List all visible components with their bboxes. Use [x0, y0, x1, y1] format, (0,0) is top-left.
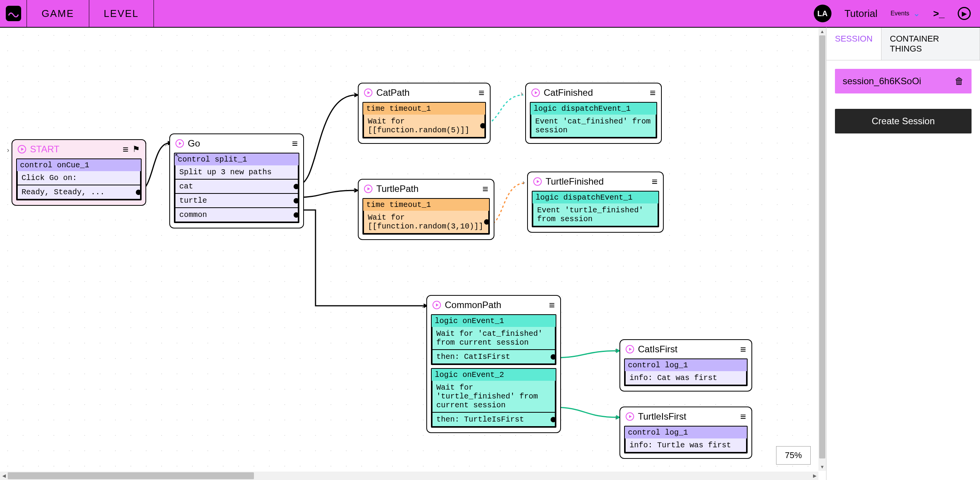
horizontal-scrollbar[interactable]: ◀ ▶ — [0, 472, 818, 480]
block-header: control log_1 — [625, 359, 747, 371]
node-title: CatIsFirst — [638, 344, 678, 355]
menu-icon[interactable]: ≡ — [650, 88, 656, 98]
input-port[interactable]: › — [523, 178, 525, 187]
cursor-icon: ↖ — [175, 152, 180, 159]
block-body-line: info: Cat was first — [625, 371, 747, 385]
chevron-down-icon: ⌄ — [913, 8, 920, 18]
node-title: TurtleIsFirst — [638, 411, 686, 422]
block-dispatch[interactable]: logic dispatchEvent_1 Event 'cat_finishe… — [530, 102, 657, 138]
tab-container-things[interactable]: CONTAINER THINGS — [881, 28, 980, 60]
menu-icon[interactable]: ≡ — [740, 344, 746, 354]
scroll-right-arrow[interactable]: ▶ — [811, 472, 818, 480]
scroll-down-arrow[interactable]: ▼ — [818, 463, 826, 471]
node-catisfirst[interactable]: CatIsFirst ≡ control log_1 info: Cat was… — [619, 339, 752, 392]
block-header: logic dispatchEvent_1 — [531, 103, 656, 115]
node-catpath[interactable]: CatPath ≡ time timeout_1 Wait for [[func… — [358, 83, 491, 144]
node-turtleisfirst[interactable]: TurtleIsFirst ≡ control log_1 info: Turt… — [619, 407, 752, 459]
session-row[interactable]: session_6h6KSoOi 🗑 — [835, 69, 972, 93]
user-avatar[interactable]: LA — [814, 5, 831, 22]
tab-level[interactable]: LEVEL — [89, 0, 154, 27]
node-go[interactable]: Go ≡ ↖ control split_1 Split up 3 new pa… — [169, 133, 304, 228]
block-header: control split_1 — [175, 153, 299, 165]
input-port[interactable]: › — [615, 413, 617, 422]
scroll-thumb[interactable] — [8, 472, 254, 479]
menu-icon[interactable]: ≡ — [740, 412, 746, 422]
node-start[interactable]: START ≡ ⚑ control onCue_1 Click Go on: R… — [12, 139, 146, 206]
logo-cell[interactable] — [0, 0, 27, 27]
menu-icon[interactable]: ≡ — [482, 184, 488, 194]
scroll-left-arrow[interactable]: ◀ — [0, 472, 8, 480]
session-id-label: session_6h6KSoOi — [843, 76, 921, 87]
play-icon — [364, 88, 372, 97]
input-port[interactable]: › — [165, 140, 167, 148]
output-port[interactable] — [294, 184, 299, 189]
right-sidebar: SESSION CONTAINER THINGS session_6h6KSoO… — [826, 27, 980, 480]
sidebar-tabs: SESSION CONTAINER THINGS — [826, 28, 980, 60]
output-port[interactable] — [294, 198, 299, 203]
menu-icon[interactable]: ≡ — [549, 300, 555, 310]
output-port[interactable] — [484, 219, 489, 225]
play-icon — [531, 88, 540, 97]
block-dispatch[interactable]: logic dispatchEvent_1 Event 'turtle_fini… — [532, 191, 659, 227]
link-tutorial[interactable]: Tutorial — [845, 8, 878, 20]
input-port[interactable]: › — [521, 90, 523, 98]
block-header: time timeout_1 — [363, 199, 489, 211]
block-header: logic dispatchEvent_1 — [533, 192, 658, 203]
block-header: control log_1 — [625, 427, 747, 438]
play-icon — [626, 345, 634, 353]
scroll-thumb[interactable] — [819, 35, 825, 458]
input-port[interactable]: › — [353, 186, 356, 194]
node-title: TurtleFinished — [546, 176, 604, 187]
menu-icon[interactable]: ≡ — [479, 88, 484, 98]
block-log[interactable]: control log_1 info: Turtle was first — [624, 426, 748, 453]
node-catfinished[interactable]: CatFinished ≡ logic dispatchEvent_1 Even… — [525, 83, 662, 144]
block-onevent-1[interactable]: logic onEvent_1 Wait for 'cat_finished' … — [431, 314, 556, 365]
input-port[interactable]: › — [422, 302, 424, 310]
terminal-icon[interactable]: >_ — [933, 8, 945, 20]
canvas-area[interactable]: START ≡ ⚑ control onCue_1 Click Go on: R… — [0, 27, 826, 480]
node-turtlepath[interactable]: TurtlePath ≡ time timeout_1 Wait for [[f… — [358, 179, 494, 240]
tab-session[interactable]: SESSION — [826, 28, 881, 60]
input-port[interactable]: › — [615, 346, 617, 354]
block-timeout[interactable]: time timeout_1 Wait for [[function.rando… — [362, 198, 490, 235]
flag-icon[interactable]: ⚑ — [132, 144, 140, 154]
node-commonpath[interactable]: CommonPath ≡ logic onEvent_1 Wait for 'c… — [426, 295, 561, 433]
block-split[interactable]: control split_1 Split up 3 new paths cat… — [174, 153, 299, 223]
output-port[interactable] — [551, 417, 556, 422]
play-circle-icon[interactable]: ▶ — [958, 7, 971, 20]
block-line: Ready, Steady, ... — [17, 185, 141, 200]
input-port[interactable]: › — [353, 90, 356, 98]
block-onevent-2[interactable]: logic onEvent_2 Wait for 'turtle_finishe… — [431, 368, 556, 428]
output-port[interactable] — [294, 212, 299, 218]
output-port[interactable] — [551, 354, 556, 360]
block-log[interactable]: control log_1 info: Cat was first — [624, 358, 748, 386]
node-title: START — [30, 144, 59, 155]
block-header: logic onEvent_2 — [432, 369, 556, 381]
zoom-indicator[interactable]: 75% — [776, 446, 811, 465]
menu-icon[interactable]: ≡ — [123, 144, 129, 154]
output-port[interactable] — [136, 190, 141, 195]
trash-icon[interactable]: 🗑 — [955, 76, 964, 87]
tab-game[interactable]: GAME — [27, 0, 89, 27]
node-turtlefinished[interactable]: TurtleFinished ≡ logic dispatchEvent_1 E… — [527, 172, 664, 233]
block-then-line: then: TurtleIsFirst — [432, 413, 556, 427]
split-output-cat: cat — [175, 180, 299, 194]
block-body-line: Event 'turtle_finished' from session — [533, 203, 658, 227]
block-header: control onCue_1 — [17, 159, 141, 171]
events-dropdown[interactable]: Events ⌄ — [890, 8, 920, 18]
menu-icon[interactable]: ≡ — [292, 138, 298, 148]
split-output-turtle: turtle — [175, 194, 299, 208]
input-port[interactable]: › — [7, 146, 9, 154]
block-oncue[interactable]: control onCue_1 Click Go on: Ready, Stea… — [16, 158, 142, 200]
node-title: Go — [188, 138, 200, 149]
play-icon — [18, 145, 26, 153]
topbar-right: LA Tutorial Events ⌄ >_ ▶ — [814, 0, 971, 27]
vertical-scrollbar[interactable]: ▲ ▼ — [818, 28, 826, 471]
scroll-up-arrow[interactable]: ▲ — [818, 28, 826, 35]
play-icon — [626, 412, 634, 421]
menu-icon[interactable]: ≡ — [652, 177, 658, 187]
create-session-button[interactable]: Create Session — [835, 109, 972, 133]
block-timeout[interactable]: time timeout_1 Wait for [[function.rando… — [362, 102, 486, 138]
output-port[interactable] — [480, 123, 486, 128]
block-header: logic onEvent_1 — [432, 315, 556, 327]
